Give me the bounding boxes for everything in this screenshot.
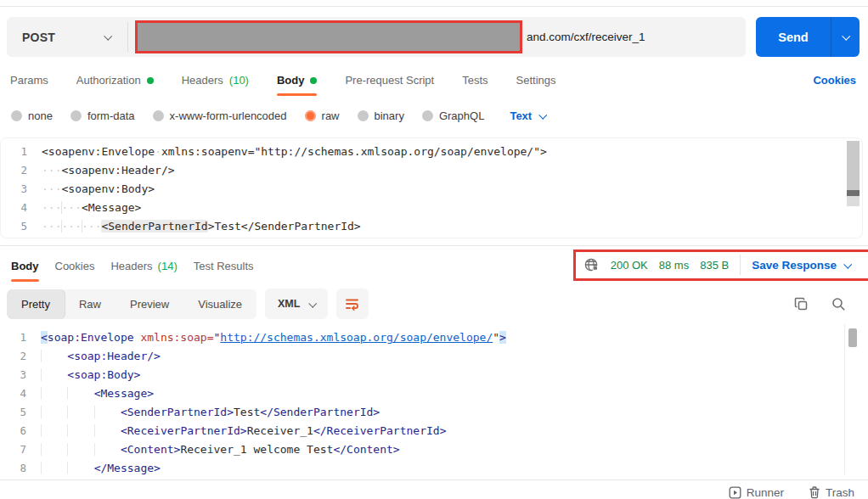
search-icon[interactable] — [831, 297, 846, 311]
tab-label: Headers — [110, 260, 152, 272]
response-tab-test-results[interactable]: Test Results — [194, 246, 254, 283]
line-number: 2 — [0, 347, 41, 366]
code-line: 3···<soapenv:Body> — [1, 180, 862, 199]
send-options-button[interactable] — [831, 17, 860, 57]
code-segment: <Message> — [82, 201, 141, 214]
runner-button[interactable]: Runner — [729, 486, 784, 499]
tab-count: (10) — [229, 74, 249, 87]
url-text: and.com/cxf/receiver_1 — [527, 31, 645, 43]
request-body-editor[interactable]: 1<soapenv:Envelope·xmlns:soapenv="http:/… — [0, 137, 863, 238]
code-segment: ··· — [61, 220, 81, 233]
line-number: 5 — [0, 403, 41, 422]
tab-headers[interactable]: Headers(10) — [182, 67, 249, 96]
code-segment: </Content> — [333, 443, 399, 456]
status-code: 200 OK — [611, 259, 648, 272]
body-mode-x-www-form-urlencoded[interactable]: x-www-form-urlencoded — [153, 109, 287, 122]
wrap-lines-button[interactable] — [336, 289, 369, 319]
line-content: <ReceiverPartnerId>Receiver_1</ReceiverP… — [41, 422, 446, 440]
response-toolbar-icons — [794, 297, 856, 311]
code-segment: ··· — [61, 201, 81, 214]
tab-label: Authorization — [76, 74, 141, 87]
code-segment — [67, 406, 93, 418]
tab-pre-request-script[interactable]: Pre-request Script — [345, 67, 434, 96]
line-number: 4 — [1, 199, 42, 217]
chevron-down-icon — [104, 32, 112, 41]
line-number: 1 — [0, 328, 41, 347]
response-editor-scrollbar[interactable] — [848, 328, 857, 347]
network-info-icon[interactable] — [583, 257, 600, 273]
response-body-editor[interactable]: 1<soap:Envelope xmlns:soap="http://schem… — [0, 324, 868, 474]
view-tab-raw[interactable]: Raw — [65, 289, 116, 319]
request-tabs: ParamsAuthorizationHeaders(10)BodyPre-re… — [0, 64, 868, 96]
mode-label: form-data — [87, 109, 135, 122]
code-segment: ··· — [42, 164, 61, 177]
code-segment: </Message> — [94, 462, 161, 474]
trash-button[interactable]: Trash — [809, 486, 854, 499]
tab-authorization[interactable]: Authorization — [76, 67, 154, 96]
format-dropdown[interactable]: XML — [265, 289, 328, 319]
code-segment: ··· — [42, 182, 61, 195]
body-mode-graphql[interactable]: GraphQL — [422, 109, 484, 122]
url-group: POST and.com/cxf/receiver_1 — [7, 17, 746, 57]
method-dropdown[interactable]: POST — [7, 17, 127, 57]
view-tab-preview[interactable]: Preview — [116, 289, 183, 319]
code-line: 8 </Message> — [0, 459, 868, 474]
line-number: 3 — [0, 366, 41, 384]
tab-tests[interactable]: Tests — [462, 67, 488, 96]
runner-icon — [729, 486, 741, 499]
body-mode-binary[interactable]: binary — [358, 109, 404, 122]
body-mode-none[interactable]: none — [11, 109, 53, 122]
send-label: Send — [756, 17, 831, 57]
code-segment: <SenderPartnerId — [101, 220, 207, 233]
top-divider — [0, 0, 868, 7]
tab-label: Body — [11, 260, 39, 272]
code-line: 6 <ReceiverPartnerId>Receiver_1</Receive… — [0, 422, 868, 440]
mode-label: none — [28, 109, 53, 122]
code-segment: xmlns:soap= — [140, 331, 213, 344]
save-response-button[interactable]: Save Response — [752, 259, 850, 272]
line-content: <SenderPartnerId>Test</SenderPartnerId> — [41, 403, 380, 422]
body-mode-form-data[interactable]: form-data — [70, 109, 135, 122]
scrollbar-thumb-dark — [847, 190, 860, 196]
response-tab-cookies[interactable]: Cookies — [55, 246, 95, 283]
body-mode-row: noneform-datax-www-form-urlencodedrawbin… — [0, 98, 868, 132]
code-segment: xmlns:soapenv="http://schemas.xmlsoap.or… — [161, 145, 547, 158]
code-segment: http://schemas.xmlsoap.org/soap/envelope… — [220, 331, 493, 344]
send-button[interactable]: Send — [756, 17, 860, 57]
body-mode-raw[interactable]: raw — [305, 109, 340, 122]
code-segment — [67, 443, 93, 456]
url-input[interactable]: and.com/cxf/receiver_1 — [128, 17, 746, 57]
copy-icon[interactable] — [794, 297, 809, 311]
code-segment: <SenderPartnerId> — [121, 406, 234, 418]
scrollbar-thumb — [847, 141, 860, 190]
code-segment: Receiver_1 welcome Test — [180, 443, 333, 456]
tab-settings[interactable]: Settings — [516, 67, 556, 96]
code-segment — [94, 406, 121, 418]
view-tab-pretty[interactable]: Pretty — [7, 289, 65, 319]
tab-body[interactable]: Body — [277, 67, 318, 96]
line-number: 2 — [1, 161, 42, 180]
code-segment: ··· — [82, 220, 101, 233]
radio-icon — [11, 110, 22, 121]
response-tabs: BodyCookiesHeaders(14)Test Results — [11, 246, 270, 283]
line-content: <soap:Envelope xmlns:soap="http://schema… — [41, 328, 506, 347]
request-editor-scrollbar[interactable] — [847, 141, 860, 206]
tab-params[interactable]: Params — [10, 67, 48, 96]
raw-type-dropdown[interactable]: Text — [510, 109, 545, 122]
view-tab-visualize[interactable]: Visualize — [183, 289, 256, 319]
line-number: 7 — [0, 440, 41, 459]
code-line: 2···<soapenv:Header/> — [1, 161, 862, 180]
tab-label: Headers — [182, 74, 223, 87]
response-tab-body[interactable]: Body — [11, 246, 39, 283]
cookies-link[interactable]: Cookies — [813, 74, 856, 96]
code-segment: >Test</SenderPartnerId> — [208, 220, 361, 233]
code-segment — [41, 387, 67, 400]
line-number: 5 — [1, 217, 42, 236]
code-segment — [67, 387, 93, 400]
line-content: <Message> — [41, 384, 154, 403]
code-segment: </SenderPartnerId> — [260, 406, 380, 418]
code-segment — [41, 424, 67, 437]
response-tab-headers[interactable]: Headers(14) — [110, 246, 177, 283]
raw-type-label: Text — [510, 109, 532, 122]
radio-icon — [153, 110, 164, 121]
